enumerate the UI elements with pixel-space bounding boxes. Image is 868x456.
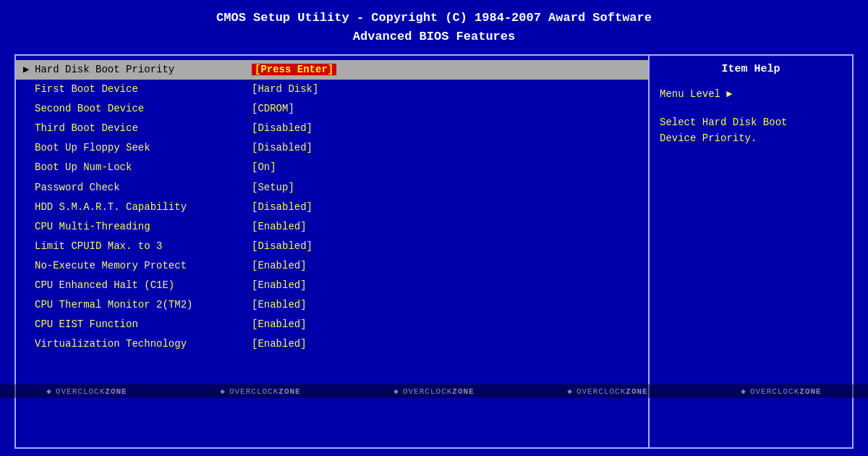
menu-level-row: Menu Level ► [660, 88, 842, 100]
bios-screen: CMOS Setup Utility - Copyright (C) 1984-… [0, 0, 868, 456]
row-label-12: CPU Thermal Monitor 2(TM2) [35, 297, 252, 313]
row-label-0: Hard Disk Boot Priority [35, 62, 252, 78]
row-label-2: Second Boot Device [35, 101, 252, 117]
row-value-1: [Hard Disk] [252, 81, 318, 98]
menu-row-0[interactable]: ▶Hard Disk Boot Priority[Press Enter] [16, 60, 648, 80]
row-value-12: [Enabled] [252, 297, 307, 313]
row-arrow-0: ▶ [23, 62, 35, 78]
row-value-11: [Enabled] [252, 277, 307, 294]
row-value-2: [CDROM] [252, 101, 294, 117]
menu-row-9[interactable]: Limit CPUID Max. to 3[Disabled] [16, 237, 648, 256]
menu-row-8[interactable]: CPU Multi-Threading[Enabled] [16, 217, 648, 237]
menu-row-6[interactable]: Password Check[Setup] [16, 178, 648, 198]
row-value-5: [On] [252, 159, 276, 176]
row-label-10: No-Execute Memory Protect [35, 258, 252, 274]
menu-row-7[interactable]: HDD S.M.A.R.T. Capability[Disabled] [16, 198, 648, 217]
right-panel: Item Help Menu Level ► Select Hard Disk … [650, 56, 852, 447]
row-label-4: Boot Up Floppy Seek [35, 140, 252, 156]
menu-row-12[interactable]: CPU Thermal Monitor 2(TM2)[Enabled] [16, 295, 648, 315]
row-label-7: HDD S.M.A.R.T. Capability [35, 199, 252, 216]
row-value-8: [Enabled] [252, 219, 307, 235]
row-value-7: [Disabled] [252, 199, 312, 216]
menu-row-10[interactable]: No-Execute Memory Protect[Enabled] [16, 256, 648, 276]
row-value-9: [Disabled] [252, 238, 312, 255]
menu-row-5[interactable]: Boot Up Num-Lock[On] [16, 158, 648, 177]
row-value-6: [Setup] [252, 180, 294, 196]
menu-row-13[interactable]: CPU EIST Function[Enabled] [16, 315, 648, 334]
main-area: ▶Hard Disk Boot Priority[Press Enter] Fi… [14, 54, 854, 449]
header-line2: Advanced BIOS Features [0, 28, 868, 46]
left-panel: ▶Hard Disk Boot Priority[Press Enter] Fi… [16, 56, 650, 447]
menu-row-11[interactable]: CPU Enhanced Halt (C1E)[Enabled] [16, 276, 648, 295]
row-label-14: Virtualization Technology [35, 336, 252, 352]
row-label-6: Password Check [35, 180, 252, 196]
row-label-5: Boot Up Num-Lock [35, 159, 252, 176]
menu-row-1[interactable]: First Boot Device[Hard Disk] [16, 80, 648, 99]
menu-level-label: Menu Level [660, 88, 720, 100]
item-help-title: Item Help [660, 63, 842, 75]
row-label-1: First Boot Device [35, 81, 252, 98]
row-value-4: [Disabled] [252, 140, 312, 156]
help-text: Select Hard Disk BootDevice Priority. [660, 114, 842, 147]
row-value-13: [Enabled] [252, 316, 307, 333]
menu-level-arrow-icon: ► [726, 88, 732, 100]
row-label-13: CPU EIST Function [35, 316, 252, 333]
row-label-8: CPU Multi-Threading [35, 219, 252, 235]
menu-row-2[interactable]: Second Boot Device[CDROM] [16, 99, 648, 119]
row-label-9: Limit CPUID Max. to 3 [35, 238, 252, 255]
press-enter-badge: [Press Enter] [252, 64, 336, 75]
row-label-11: CPU Enhanced Halt (C1E) [35, 277, 252, 294]
menu-row-3[interactable]: Third Boot Device[Disabled] [16, 119, 648, 138]
menu-row-4[interactable]: Boot Up Floppy Seek[Disabled] [16, 138, 648, 158]
row-value-0: [Press Enter] [252, 62, 336, 78]
row-value-10: [Enabled] [252, 258, 307, 274]
menu-row-14[interactable]: Virtualization Technology[Enabled] [16, 334, 648, 354]
row-value-3: [Disabled] [252, 120, 312, 137]
header-line1: CMOS Setup Utility - Copyright (C) 1984-… [0, 9, 868, 28]
row-label-3: Third Boot Device [35, 120, 252, 137]
row-value-14: [Enabled] [252, 336, 307, 352]
bios-header: CMOS Setup Utility - Copyright (C) 1984-… [0, 0, 868, 51]
